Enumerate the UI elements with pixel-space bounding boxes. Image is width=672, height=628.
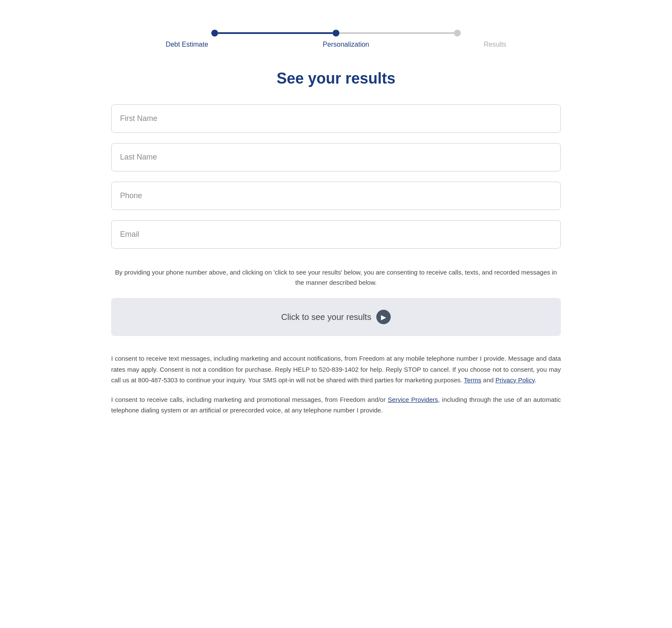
page-container: Debt Estimate Personalization Results Se… xyxy=(103,0,569,441)
connector-2 xyxy=(339,32,454,34)
terms-link[interactable]: Terms xyxy=(464,376,482,384)
progress-stepper: Debt Estimate Personalization Results xyxy=(111,17,561,48)
email-input[interactable] xyxy=(111,220,561,249)
step-label-3: Results xyxy=(484,41,506,48)
legal-section: I consent to receive text messages, incl… xyxy=(111,353,561,416)
step-label-1: Debt Estimate xyxy=(165,41,208,48)
arrow-right-icon: ▶ xyxy=(376,310,391,324)
stepper-labels-row: Debt Estimate Personalization Results xyxy=(111,41,561,48)
step-dot-1 xyxy=(211,30,218,36)
privacy-policy-link[interactable]: Privacy Policy xyxy=(496,376,535,384)
step-dot-3 xyxy=(454,30,461,36)
phone-input[interactable] xyxy=(111,182,561,210)
stepper-dots-row xyxy=(211,30,461,36)
step-label-2: Personalization xyxy=(323,41,369,48)
page-title: See your results xyxy=(111,70,561,87)
first-name-input[interactable] xyxy=(111,104,561,133)
cta-label: Click to see your results xyxy=(281,312,371,322)
connector-1 xyxy=(218,32,333,34)
service-providers-link[interactable]: Service Providers xyxy=(388,396,438,403)
legal-paragraph-2: I consent to receive calls, including ma… xyxy=(111,394,561,416)
consent-above-text: By providing your phone number above, an… xyxy=(111,267,561,288)
step-dot-2 xyxy=(333,30,339,36)
last-name-input[interactable] xyxy=(111,143,561,171)
legal-paragraph-1: I consent to receive text messages, incl… xyxy=(111,353,561,386)
cta-button[interactable]: Click to see your results ▶ xyxy=(111,298,561,336)
form-container: By providing your phone number above, an… xyxy=(111,104,561,416)
